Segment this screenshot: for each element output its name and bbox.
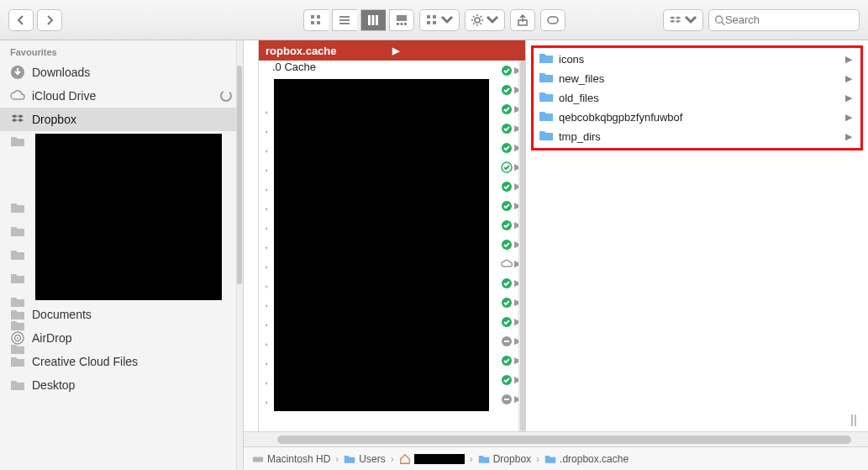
sidebar-item-dropbox[interactable]: Dropbox bbox=[0, 108, 243, 131]
sidebar-item-icloud[interactable]: iCloud Drive bbox=[0, 84, 243, 108]
path-label: Users bbox=[359, 453, 385, 465]
path-label: Dropbox bbox=[493, 453, 531, 465]
row-lead: , bbox=[259, 356, 274, 366]
sidebar-item-downloads[interactable]: Downloads bbox=[0, 61, 243, 84]
view-columns-button[interactable] bbox=[360, 9, 386, 31]
sidebar-item-desktop[interactable]: Desktop bbox=[0, 373, 243, 397]
sidebar-redacted-block bbox=[0, 131, 243, 303]
sidebar-item-label: Downloads bbox=[32, 66, 233, 79]
row-lead: , bbox=[259, 336, 274, 346]
list-item[interactable]: new_files▶ bbox=[534, 69, 860, 88]
row-lead: , bbox=[259, 162, 274, 172]
sidebar-item-documents[interactable]: Documents bbox=[0, 303, 243, 326]
folder-icon bbox=[539, 110, 554, 124]
dropbox-icon bbox=[10, 112, 25, 127]
path-label: .dropbox.cache bbox=[560, 453, 629, 465]
path-crumb-users[interactable]: Users bbox=[344, 453, 385, 465]
list-item[interactable]: tmp_dirs▶ bbox=[534, 127, 860, 146]
path-crumb-dropbox[interactable]: Dropbox bbox=[478, 453, 531, 465]
chevron-right-icon: ▶ bbox=[844, 54, 854, 65]
action-button[interactable] bbox=[465, 9, 505, 31]
svg-rect-12 bbox=[400, 23, 402, 25]
folder-icon bbox=[539, 129, 554, 144]
sidebar-scrollbar[interactable] bbox=[236, 40, 243, 470]
dropbox-icon bbox=[669, 13, 682, 27]
svg-point-23 bbox=[221, 91, 231, 101]
sync-status-icon bbox=[501, 123, 513, 135]
search-field[interactable] bbox=[708, 9, 860, 31]
gallery-icon bbox=[395, 13, 408, 27]
svg-point-21 bbox=[716, 16, 723, 23]
svg-rect-4 bbox=[339, 16, 350, 18]
disk-icon bbox=[252, 453, 264, 465]
list-item[interactable]: qebcobkqbgpbzfynfuwbof▶ bbox=[534, 108, 860, 127]
svg-point-18 bbox=[475, 18, 480, 23]
view-gallery-button[interactable] bbox=[389, 9, 414, 31]
svg-rect-11 bbox=[397, 23, 399, 25]
path-crumb-cache[interactable]: .dropbox.cache bbox=[544, 453, 629, 465]
folder-label: new_files bbox=[559, 72, 839, 85]
chevron-right-icon: ▶ bbox=[844, 131, 854, 142]
svg-rect-3 bbox=[317, 21, 320, 24]
sidebar-item-creative-cloud[interactable]: Creative Cloud Files bbox=[0, 350, 243, 373]
arrange-button[interactable] bbox=[419, 9, 460, 31]
svg-rect-14 bbox=[427, 15, 430, 18]
tags-button[interactable] bbox=[540, 9, 566, 31]
sync-status-icon bbox=[501, 181, 513, 193]
redacted-content bbox=[274, 79, 489, 411]
svg-rect-8 bbox=[372, 15, 375, 25]
svg-rect-10 bbox=[397, 15, 407, 21]
column-resize-handle[interactable] bbox=[851, 415, 856, 426]
svg-rect-45 bbox=[504, 399, 509, 400]
back-button[interactable] bbox=[8, 9, 34, 31]
cache-row-label: .0 Cache bbox=[272, 61, 316, 73]
nav-group bbox=[8, 9, 62, 31]
list-item[interactable]: old_files▶ bbox=[534, 88, 860, 108]
sync-status-icon bbox=[501, 316, 513, 328]
folder-label: qebcobkqbgpbzfynfuwbof bbox=[559, 111, 839, 124]
view-list-button[interactable] bbox=[332, 9, 357, 31]
selected-folder-label: ropbox.cache bbox=[266, 45, 392, 57]
view-icons-button[interactable] bbox=[303, 9, 329, 31]
main-area: Favourites Downloads iCloud Drive Dropbo… bbox=[0, 40, 868, 470]
chevron-right-icon bbox=[43, 13, 56, 27]
svg-rect-1 bbox=[317, 15, 320, 18]
redacted-content bbox=[35, 134, 222, 300]
horizontal-scrollbar[interactable] bbox=[244, 431, 868, 446]
chevron-left-icon bbox=[14, 13, 28, 27]
sidebar-item-airdrop[interactable]: AirDrop bbox=[0, 326, 243, 350]
sync-status-icon bbox=[501, 103, 513, 115]
column-3: icons▶new_files▶old_files▶qebcobkqbgpbzf… bbox=[526, 40, 868, 431]
search-icon bbox=[714, 14, 725, 26]
sync-status-icon bbox=[501, 258, 513, 270]
search-input[interactable] bbox=[725, 13, 854, 26]
folder-icon bbox=[10, 318, 25, 333]
folder-label: icons bbox=[559, 53, 839, 66]
dropbox-toolbar-button[interactable] bbox=[663, 9, 703, 31]
svg-rect-16 bbox=[427, 21, 430, 24]
svg-rect-13 bbox=[404, 23, 407, 25]
sync-status-icon bbox=[501, 142, 513, 154]
row-lead: , bbox=[259, 240, 274, 250]
download-icon bbox=[10, 65, 25, 80]
svg-rect-20 bbox=[548, 17, 558, 24]
column-2-scrollbar[interactable] bbox=[518, 61, 525, 431]
path-crumb-disk[interactable]: Macintosh HD bbox=[252, 453, 330, 465]
sync-status-icon bbox=[501, 335, 513, 347]
chevron-right-icon: › bbox=[335, 453, 339, 465]
chevron-down-icon bbox=[440, 13, 454, 27]
sync-status-icon bbox=[501, 200, 513, 212]
sidebar-section-title: Favourites bbox=[0, 40, 243, 61]
sync-status-icon bbox=[501, 65, 513, 77]
list-item[interactable]: icons▶ bbox=[534, 50, 860, 69]
folder-icon bbox=[10, 378, 25, 393]
folder-label: tmp_dirs bbox=[559, 130, 839, 143]
svg-rect-7 bbox=[368, 15, 371, 25]
forward-button[interactable] bbox=[37, 9, 62, 31]
column-1[interactable] bbox=[244, 40, 259, 431]
column-3-highlight-box: icons▶new_files▶old_files▶qebcobkqbgpbzf… bbox=[531, 45, 863, 151]
column-2-selected-row[interactable]: ropbox.cache ▶ bbox=[259, 40, 525, 61]
path-crumb-home[interactable] bbox=[399, 453, 465, 465]
folder-icon bbox=[544, 454, 556, 464]
share-button[interactable] bbox=[510, 9, 535, 31]
